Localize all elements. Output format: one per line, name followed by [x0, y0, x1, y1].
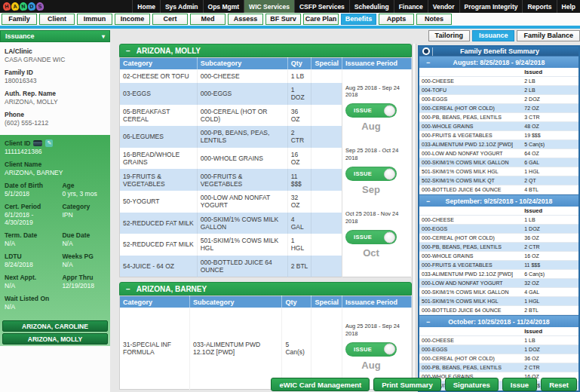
table-head: CategorySubcategoryQtySpecialIssuance Pe… — [120, 296, 412, 308]
cell-subcategory: 000-CHEESE — [197, 69, 287, 83]
tab-income[interactable]: Income — [115, 14, 150, 25]
summary-row: 000-EGGS2 DOZ — [419, 95, 578, 104]
main-scrollbar[interactable] — [412, 44, 416, 390]
summary-month-header[interactable]: −August: 8/25/2018 - 9/24/2018 — [419, 56, 578, 68]
summary-item-qty: 32 OZ — [524, 279, 578, 287]
print-summary-button[interactable]: Print Summary — [373, 378, 441, 391]
summary-item-qty: 64 OZ — [524, 149, 578, 158]
client-field-pair: LDTU8/24/2018Weeks PGN/A — [5, 253, 106, 268]
client-field-pair: Cert. Period6/1/2018 - 4/30/2019Category… — [5, 203, 106, 226]
summary-item-name: 000-CHEESE — [419, 336, 524, 345]
issue-toggle[interactable]: ISSUE — [345, 103, 397, 118]
menu-item-wic-services[interactable]: WIC Services — [244, 0, 294, 13]
family-member-list: ARIZONA, CAROLINEARIZONA, MOLLY — [0, 319, 110, 346]
collapse-icon: − — [426, 198, 430, 205]
family-field-la-clinic: LA/ClinicCASA GRANDE WIC — [5, 47, 106, 63]
ewic-card-management-button[interactable]: eWIC Card Management — [271, 378, 370, 391]
summary-item-qty: 36 OZ — [524, 234, 578, 242]
summary-month-header[interactable]: −September: 9/25/2018 - 10/24/2018 — [419, 194, 578, 207]
benefit-tab-issuance[interactable]: Issuance — [472, 30, 515, 41]
summary-item-qty: 1 LB — [524, 216, 578, 224]
cell-special — [311, 213, 342, 234]
tab-client[interactable]: Client — [39, 14, 75, 25]
issue-toggle[interactable]: ISSUE — [345, 230, 397, 244]
field-value: N/A — [62, 240, 106, 247]
menu-item-ops-mgmt[interactable]: Ops Mgmt — [203, 0, 244, 13]
section-title: ARIZONA, BARNEY — [137, 285, 207, 293]
ewic-card-icon[interactable] — [33, 140, 42, 146]
summary-months: −August: 8/25/2018 - 9/24/2018Issued000-… — [419, 56, 578, 390]
tab-immun[interactable]: Immun — [77, 14, 112, 25]
menu-item-finance[interactable]: Finance — [394, 0, 428, 13]
issue-toggle-label: ISSUE — [354, 346, 372, 353]
tab-notes[interactable]: Notes — [416, 14, 452, 25]
menu-item-sys-admin[interactable]: Sys Admin — [160, 0, 203, 13]
summary-row: 000-EGGS1 DOZ — [419, 225, 578, 234]
issuance-period-cell: Aug 25 2018 - Sep 24 2018ISSUEAugSep 25 … — [342, 69, 412, 277]
cell-subcategory: 000-FRUITS & VEGETABLES — [197, 169, 287, 191]
benefit-tab-tailoring[interactable]: Tailoring — [428, 30, 470, 41]
field-value: 6/1/2018 - 4/30/2019 — [5, 211, 62, 226]
cell-qty: 32 OZ — [287, 191, 311, 213]
section-header-arizona-barney[interactable]: −ARIZONA, BARNEY — [119, 282, 412, 296]
tab-benefits[interactable]: Benefits — [341, 14, 376, 25]
period-range-text: Oct 25 2018 - Nov 24 2018 — [345, 210, 408, 225]
table-body: 02-CHEESE OR TOFU000-CHEESE1 LBAug 25 20… — [120, 69, 412, 277]
cell-special — [311, 148, 342, 170]
menu-item-csfp-services[interactable]: CSFP Services — [294, 0, 349, 13]
menu-item-reports[interactable]: Reports — [522, 0, 556, 13]
issue-toggle[interactable]: ISSUE — [345, 342, 397, 357]
summary-row: 502-SKIM/1% COWS MILK QT2 QT — [419, 176, 578, 185]
month-label: Oct — [345, 247, 397, 259]
summary-item-name: 000-CHEESE — [419, 77, 524, 85]
hand-glyph: S — [35, 2, 44, 11]
summary-row: 501-SKIM/1% COWS MILK HGL1 HGL — [419, 167, 578, 176]
menu-item-program-integrity[interactable]: Program Integrity — [459, 0, 523, 13]
tab-appts[interactable]: Appts — [379, 14, 414, 25]
edit-icon[interactable]: ✎ — [45, 139, 53, 147]
reset-button[interactable]: Reset — [541, 378, 577, 391]
issue-button[interactable]: Issue — [502, 378, 537, 391]
menu-item-help[interactable]: Help — [557, 0, 580, 13]
issue-toggle-label: ISSUE — [354, 234, 372, 240]
summary-month-header[interactable]: −October: 10/25/2018 - 11/24/2018 — [419, 315, 578, 327]
summary-item-qty: 5 Can(s) — [524, 140, 578, 149]
benefit-tab-family-balance[interactable]: Family Balance — [517, 30, 580, 41]
client-id-label-row: Client ID✎ — [5, 139, 106, 147]
period-range-text: Sep 25 2018 - Oct 24 2018 — [345, 147, 408, 162]
family-benefit-summary-header: Family Benefit Summary — [419, 47, 578, 56]
field-label: Client ID — [5, 139, 30, 147]
summary-item-name: 000-PB, BEANS, PEAS, LENTILS — [419, 363, 524, 372]
tab-family[interactable]: Family — [2, 14, 37, 25]
collapse-all-icon[interactable] — [422, 47, 430, 55]
client-field-appr-thru: Appr Thru12/19/2018 — [62, 274, 106, 289]
summary-item-name: 000-SKIM/1% COWS MILK GALLON — [419, 288, 524, 296]
chevron-down-icon: ▾ — [102, 33, 105, 40]
tab-bf-surv[interactable]: BF Surv — [265, 14, 301, 25]
menu-item-vendor[interactable]: Vendor — [428, 0, 459, 13]
summary-item-name: 000-FRUITS & VEGETABLES — [419, 261, 524, 269]
table-row: 02-CHEESE OR TOFU000-CHEESE1 LBAug 25 20… — [120, 69, 412, 83]
field-label: Auth. Rep. Name — [5, 90, 106, 97]
issue-toggle[interactable]: ISSUE — [345, 167, 397, 181]
client-field-pair: Term. DateN/ADue DateN/A — [5, 231, 106, 247]
tab-assess[interactable]: Assess — [228, 14, 263, 25]
summary-item-name: 000-EGGS — [419, 95, 524, 103]
tab-med[interactable]: Med — [190, 14, 226, 25]
menu-item-home[interactable]: Home — [132, 0, 160, 13]
sidebar: Issuance ▾ LA/ClinicCASA GRANDE WICFamil… — [0, 30, 110, 392]
signatures-button[interactable]: Signatures — [445, 378, 499, 391]
menu-item-scheduling[interactable]: Scheduling — [349, 0, 394, 13]
member-button-arizona-molly[interactable]: ARIZONA, MOLLY — [2, 333, 108, 345]
cell-special — [311, 126, 342, 148]
member-button-arizona-caroline[interactable]: ARIZONA, CAROLINE — [2, 320, 108, 332]
tab-care-plan[interactable]: Care Plan — [303, 14, 339, 25]
tab-cert[interactable]: Cert — [152, 14, 188, 25]
issuance-panel-header[interactable]: Issuance ▾ — [0, 30, 110, 42]
section-header-arizona-molly[interactable]: −ARIZONA, MOLLY — [119, 44, 412, 57]
benefit-issuance-main: −ARIZONA, MOLLYCategorySubcategoryQtySpe… — [119, 44, 412, 392]
cell-qty: 2 CTR — [287, 126, 311, 148]
top-app-bar: HANDS HomeSys AdminOps MgmtWIC ServicesC… — [0, 0, 580, 13]
table-head: CategorySubcategoryQtySpecialIssuance Pe… — [120, 58, 412, 69]
summary-row: 000-LOW AND NONFAT YOGURT32 OZ — [419, 279, 578, 288]
